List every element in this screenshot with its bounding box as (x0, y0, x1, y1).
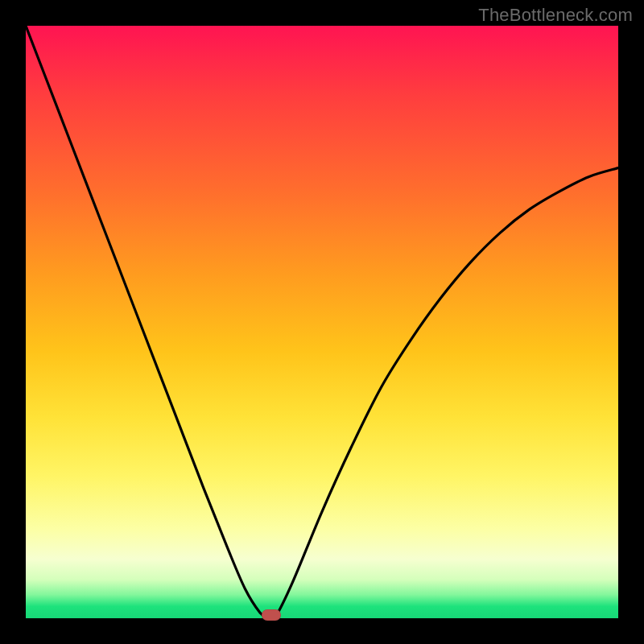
watermark-text: TheBottleneck.com (478, 5, 633, 26)
plot-area (26, 26, 618, 618)
chart-frame: TheBottleneck.com (0, 0, 644, 644)
minimum-marker (262, 609, 281, 621)
bottleneck-curve (26, 26, 618, 618)
